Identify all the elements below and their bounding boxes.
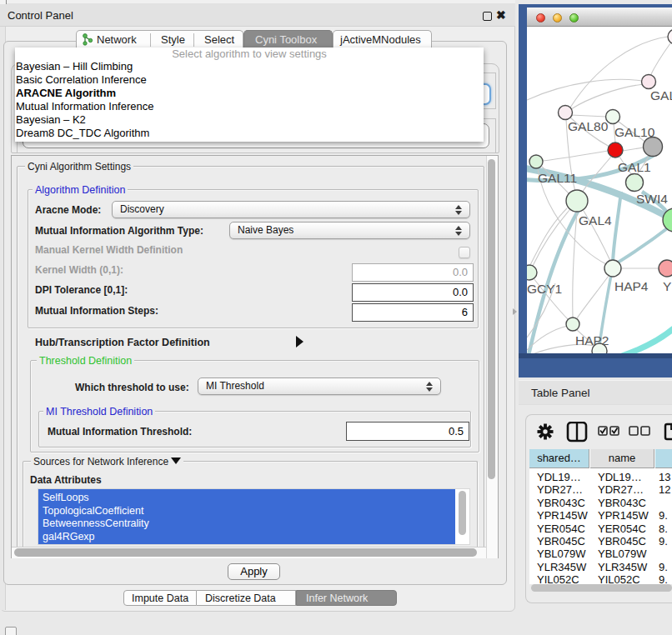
svg-text:GAL4: GAL4 <box>579 213 612 228</box>
svg-text:GAL2: GAL2 <box>650 88 672 102</box>
svg-text:GAL80: GAL80 <box>568 119 609 133</box>
svg-text:SWI4: SWI4 <box>636 192 668 206</box>
svg-text:GAL11: GAL11 <box>538 171 577 185</box>
svg-text:GAL1: GAL1 <box>618 160 651 174</box>
svg-text:HAP4: HAP4 <box>614 279 649 293</box>
svg-text:GCY1: GCY1 <box>527 282 562 296</box>
svg-text:HAP2: HAP2 <box>575 333 609 348</box>
svg-text:Y: Y <box>663 279 671 293</box>
svg-text:GAL10: GAL10 <box>614 125 655 139</box>
